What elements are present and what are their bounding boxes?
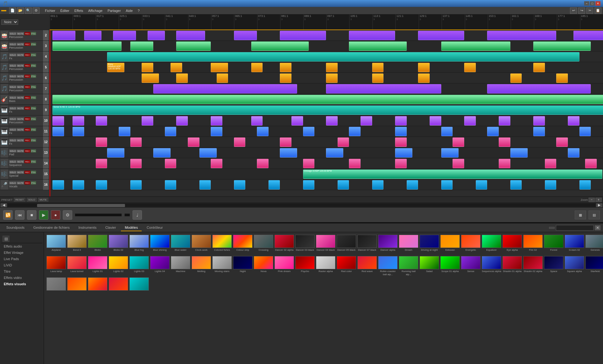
loop-btn[interactable]: 🔁 bbox=[3, 210, 13, 220]
clip-2-11[interactable] bbox=[573, 31, 603, 40]
track-row-13[interactable] bbox=[50, 147, 603, 158]
clip-12-8[interactable] bbox=[499, 137, 510, 147]
sample-machine[interactable]: Machine bbox=[171, 256, 190, 276]
solo-btn-8[interactable]: SOLO bbox=[9, 96, 16, 99]
mute-btn-6[interactable]: MUTE bbox=[17, 75, 24, 78]
mixer-btn[interactable]: ▦ bbox=[575, 211, 586, 219]
track-row-4[interactable] bbox=[50, 51, 603, 62]
clip-11-10[interactable] bbox=[487, 127, 499, 136]
clip-10-4[interactable] bbox=[176, 116, 188, 126]
sample-[interactable] bbox=[88, 277, 107, 297]
search-input[interactable] bbox=[556, 225, 594, 231]
clip-14-10[interactable] bbox=[545, 159, 557, 168]
search-clear-btn[interactable]: ✕ bbox=[595, 225, 600, 230]
sample-crossing[interactable]: Crossing bbox=[254, 235, 273, 255]
mute-btn-12[interactable]: MUTE bbox=[17, 139, 24, 142]
clip-5-10[interactable] bbox=[533, 63, 545, 72]
rewind-btn[interactable]: ⏮ bbox=[15, 210, 24, 220]
sample-lava-lamp[interactable]: Lava lamp bbox=[46, 256, 66, 276]
sample-lights-04[interactable]: Lights 04 bbox=[150, 256, 170, 276]
rec-btn-13[interactable]: REC bbox=[24, 149, 30, 153]
clip-14-1[interactable] bbox=[130, 159, 142, 168]
clip-2-8[interactable] bbox=[418, 31, 464, 40]
fx-btn-4[interactable]: FX• bbox=[31, 53, 36, 56]
reset-btn[interactable]: RESET bbox=[14, 198, 25, 202]
clip-16-14[interactable] bbox=[510, 180, 522, 190]
scroll-left-btn[interactable]: ◀ bbox=[1, 203, 7, 207]
solo-btn-3[interactable]: SOLO bbox=[9, 43, 16, 46]
clip-2-4[interactable] bbox=[176, 31, 205, 40]
undo-btn[interactable]: ↩ bbox=[570, 8, 577, 14]
clip-10-5[interactable] bbox=[211, 116, 222, 126]
clip-11-12[interactable] bbox=[579, 127, 591, 136]
sample-forest[interactable]: Forest bbox=[544, 235, 563, 255]
clip-14-3[interactable] bbox=[211, 159, 222, 168]
clip-11-2[interactable] bbox=[119, 127, 130, 136]
paste-btn[interactable]: 📋 bbox=[595, 8, 601, 14]
sample-sequences-alpha[interactable]: Sequences alpha bbox=[482, 256, 501, 276]
clip-2-3[interactable] bbox=[148, 31, 165, 40]
transport-settings-btn[interactable]: ⚙ bbox=[63, 210, 72, 220]
clip-16-5[interactable] bbox=[199, 180, 211, 190]
mute-btn-7[interactable]: MUTE bbox=[17, 85, 24, 88]
clip-5-7[interactable] bbox=[372, 63, 384, 72]
solo-btn-5[interactable]: SOLO bbox=[9, 64, 16, 67]
fx-btn-2[interactable]: FX• bbox=[31, 32, 36, 35]
track-row-6[interactable] bbox=[50, 73, 603, 83]
clip-2-9[interactable] bbox=[487, 31, 556, 40]
sample-running-ball-alp...[interactable]: Running ball alp... bbox=[399, 256, 418, 276]
clip-5-1[interactable] bbox=[142, 63, 153, 72]
mute-btn-13[interactable]: MUTE bbox=[17, 149, 24, 153]
sample-blue-water[interactable]: Blue water bbox=[171, 235, 190, 255]
sample-colored-fishes[interactable]: Colored fishes bbox=[212, 235, 232, 255]
sample-dancer-05-black[interactable]: Dancer 05 black bbox=[337, 235, 356, 255]
cut-btn[interactable]: ✂ bbox=[586, 8, 593, 14]
sample-dancer-07-black[interactable]: Dancer 07 black bbox=[357, 235, 377, 255]
solo-btn-6[interactable]: SOLO bbox=[9, 75, 16, 78]
fx-btn-10[interactable]: FX• bbox=[31, 117, 36, 120]
redo-btn[interactable]: ↪ bbox=[578, 8, 585, 14]
sample-fire-02[interactable]: Fire 02 bbox=[523, 235, 543, 255]
clip-4-0[interactable] bbox=[107, 52, 579, 62]
rec-btn-5[interactable]: REC bbox=[24, 64, 30, 67]
sample-lava-tunnel[interactable]: Lava tunnel bbox=[67, 256, 87, 276]
mute-btn-9[interactable]: MUTE bbox=[17, 107, 24, 110]
clip-16-8[interactable] bbox=[303, 180, 315, 190]
clip-3-1[interactable] bbox=[130, 41, 153, 51]
rec-btn-2[interactable]: REC bbox=[24, 32, 30, 35]
fx-btn-5[interactable]: FX• bbox=[31, 64, 36, 67]
clip-3-6[interactable] bbox=[533, 41, 591, 51]
clip-5-0[interactable]: Easy Hihats8.HDP 120.00 BPM bbox=[107, 63, 124, 72]
tab-contrôleur[interactable]: Contrôleur bbox=[143, 224, 166, 231]
clip-13-0[interactable] bbox=[107, 148, 124, 158]
mute-btn-global[interactable]: MUTE bbox=[38, 198, 48, 202]
rec-btn-10[interactable]: REC bbox=[24, 117, 30, 120]
mute-btn-3[interactable]: MUTE bbox=[17, 43, 24, 46]
open-btn[interactable]: 📂 bbox=[17, 8, 24, 14]
fx-btn-15[interactable]: FX• bbox=[31, 171, 36, 174]
solo-btn-14[interactable]: SOLO bbox=[9, 160, 16, 163]
sample-eye-alpha[interactable]: Eye alpha bbox=[503, 235, 522, 255]
clip-13-8[interactable] bbox=[568, 148, 579, 158]
clip-16-13[interactable] bbox=[476, 180, 487, 190]
clip-14-5[interactable] bbox=[303, 159, 315, 168]
clip-6-3[interactable] bbox=[280, 73, 291, 83]
clip-10-9[interactable] bbox=[361, 116, 372, 126]
sample-shaolin-01-alpha[interactable]: Shaolin 01 alpha bbox=[503, 256, 522, 276]
clip-5-4[interactable] bbox=[251, 63, 263, 72]
fx-btn-16[interactable]: FX• bbox=[31, 181, 36, 185]
track-row-9[interactable]: Sonar 8-HD 3: 120.00 BPM bbox=[50, 105, 603, 115]
sample-moving-stairs[interactable]: Moving stairs bbox=[212, 256, 232, 276]
tracks-area[interactable]: Easy Hihats8.HDP 120.00 BPMSonar 8-HD 3:… bbox=[50, 30, 603, 196]
clip-10-12[interactable] bbox=[464, 116, 476, 126]
sample-colour-strip[interactable]: Colour strip bbox=[233, 235, 253, 255]
search-btn[interactable]: 🔍 bbox=[25, 8, 32, 14]
clip-13-1[interactable] bbox=[153, 148, 171, 158]
menu-aide[interactable]: Aide bbox=[123, 8, 135, 13]
clip-12-7[interactable] bbox=[453, 137, 464, 147]
play-btn[interactable]: ▶ bbox=[39, 210, 48, 220]
track-row-15[interactable]: Chicago 3.HDP 120.00 BPM bbox=[50, 169, 603, 179]
clip-7-2[interactable] bbox=[487, 84, 591, 94]
clip-10-15[interactable] bbox=[568, 116, 579, 126]
clip-3-3[interactable] bbox=[251, 41, 309, 51]
